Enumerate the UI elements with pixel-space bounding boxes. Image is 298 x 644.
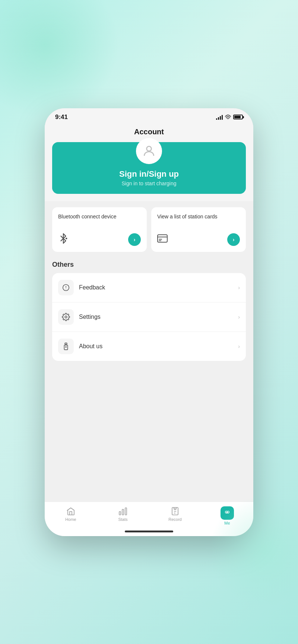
stats-nav-label: Stats (118, 517, 127, 522)
settings-icon-container (58, 309, 74, 325)
bluetooth-card-arrow[interactable]: › (128, 233, 141, 246)
nav-me[interactable]: Me (201, 505, 253, 527)
page-title: Account (52, 128, 246, 136)
station-card-arrow[interactable]: › (227, 233, 240, 246)
bluetooth-card[interactable]: Bluetooth connect device › (52, 207, 147, 252)
svg-point-24 (227, 511, 228, 512)
nav-home[interactable]: Home (45, 505, 97, 527)
bluetooth-card-bottom: › (58, 233, 141, 246)
feedback-label: Feedback (79, 284, 238, 291)
signal-icon (216, 115, 223, 120)
status-icons (216, 115, 243, 120)
status-time: 9:41 (55, 113, 68, 121)
menu-item-feedback[interactable]: Feedback › (52, 273, 246, 302)
feature-cards-section: Bluetooth connect device › View a list o… (45, 201, 253, 258)
account-card[interactable]: Sign in/Sign up Sign in to start chargin… (52, 142, 246, 194)
others-title: Others (52, 261, 246, 269)
svg-rect-16 (119, 512, 121, 515)
stats-icon (118, 506, 128, 516)
status-bar: 9:41 (45, 108, 253, 124)
about-label: About us (79, 343, 238, 350)
about-icon (62, 342, 70, 350)
svg-point-10 (65, 316, 67, 318)
home-icon (66, 506, 76, 516)
bottom-nav: Home Stats Rec (45, 502, 253, 528)
home-bar (125, 531, 173, 532)
menu-item-settings[interactable]: Settings › (52, 302, 246, 332)
svg-rect-11 (65, 343, 67, 344)
me-nav-label: Me (224, 521, 230, 525)
user-icon (142, 144, 156, 158)
svg-point-1 (147, 146, 152, 151)
svg-point-23 (227, 511, 229, 513)
svg-point-9 (66, 288, 66, 289)
settings-chevron: › (238, 314, 240, 320)
avatar (136, 138, 162, 164)
home-nav-label: Home (65, 517, 76, 522)
svg-rect-17 (122, 509, 124, 515)
battery-icon (233, 115, 243, 119)
feedback-icon (62, 283, 70, 292)
feedback-chevron: › (238, 285, 240, 291)
svg-point-22 (225, 511, 228, 513)
svg-rect-18 (125, 508, 127, 515)
main-content: Account Sign in/Sign up Sign in to start… (45, 124, 253, 502)
gear-icon (62, 313, 70, 321)
others-section: Others Feedback › (45, 258, 253, 502)
svg-rect-3 (158, 235, 167, 242)
record-nav-label: Record (168, 517, 181, 522)
record-icon (170, 506, 180, 516)
feedback-icon-container (58, 280, 74, 295)
account-section: Sign in/Sign up Sign in to start chargin… (45, 142, 253, 201)
menu-list: Feedback › Settings › (52, 273, 246, 361)
bluetooth-icon (58, 233, 69, 246)
station-card-bottom: › (157, 233, 240, 246)
signin-title: Sign in/Sign up (119, 169, 179, 179)
about-icon-container (58, 339, 74, 354)
svg-point-2 (66, 237, 67, 239)
home-indicator (45, 528, 253, 536)
bluetooth-card-title: Bluetooth connect device (58, 213, 141, 221)
svg-point-0 (228, 119, 228, 119)
station-card-title: View a list of station cards (157, 213, 240, 221)
signin-subtitle: Sign in to start charging (121, 180, 176, 186)
station-cards-icon (157, 234, 168, 245)
menu-item-about[interactable]: About us › (52, 332, 246, 361)
settings-label: Settings (79, 314, 238, 320)
nav-record[interactable]: Record (149, 505, 201, 527)
station-card[interactable]: View a list of station cards › (151, 207, 246, 252)
about-chevron: › (238, 343, 240, 349)
phone-frame: 9:41 Account (45, 108, 253, 536)
me-icon (221, 506, 234, 520)
wifi-icon (225, 115, 231, 120)
nav-stats[interactable]: Stats (97, 505, 149, 527)
